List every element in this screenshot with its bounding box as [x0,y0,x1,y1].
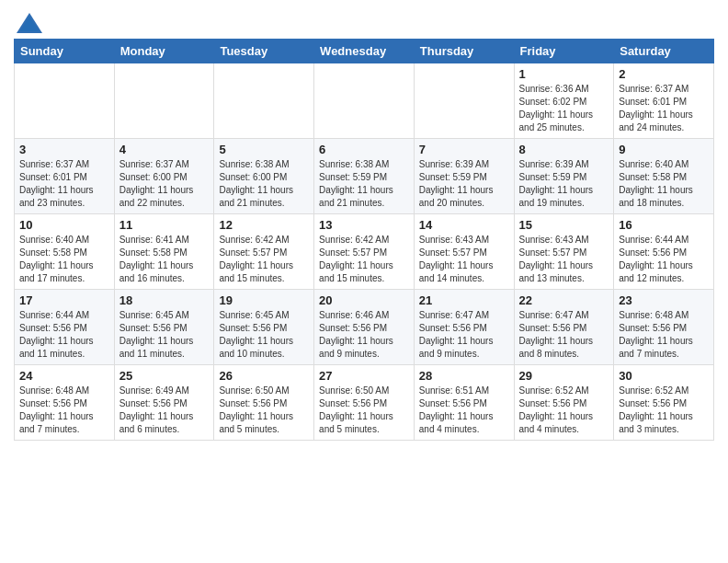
calendar-header-cell: Wednesday [314,40,415,63]
logo [14,13,42,33]
page: SundayMondayTuesdayWednesdayThursdayFrid… [0,0,728,450]
calendar-cell: 16Sunrise: 6:44 AM Sunset: 5:56 PM Dayli… [614,214,714,290]
calendar-week-row: 3Sunrise: 6:37 AM Sunset: 6:01 PM Daylig… [15,139,714,214]
day-number: 21 [419,293,509,307]
header [14,9,714,33]
calendar-cell: 17Sunrise: 6:44 AM Sunset: 5:56 PM Dayli… [15,290,115,365]
logo-icon [17,13,42,33]
calendar-header-cell: Saturday [614,40,714,63]
calendar-cell [15,63,115,139]
day-info: Sunrise: 6:42 AM Sunset: 5:57 PM Dayligh… [219,234,309,285]
day-info: Sunrise: 6:37 AM Sunset: 6:01 PM Dayligh… [619,83,709,134]
calendar-cell: 21Sunrise: 6:47 AM Sunset: 5:56 PM Dayli… [414,290,514,365]
calendar-cell: 7Sunrise: 6:39 AM Sunset: 5:59 PM Daylig… [414,139,514,214]
day-number: 5 [219,143,309,156]
day-info: Sunrise: 6:48 AM Sunset: 5:56 PM Dayligh… [619,309,709,361]
calendar-header-cell: Thursday [414,40,514,63]
calendar-cell: 15Sunrise: 6:43 AM Sunset: 5:57 PM Dayli… [514,214,614,290]
day-info: Sunrise: 6:52 AM Sunset: 5:56 PM Dayligh… [619,385,709,436]
calendar-cell: 23Sunrise: 6:48 AM Sunset: 5:56 PM Dayli… [614,290,714,365]
calendar-cell: 27Sunrise: 6:50 AM Sunset: 5:56 PM Dayli… [314,365,415,441]
day-info: Sunrise: 6:42 AM Sunset: 5:57 PM Dayligh… [319,234,409,285]
calendar-cell: 19Sunrise: 6:45 AM Sunset: 5:56 PM Dayli… [214,290,314,365]
calendar-cell: 5Sunrise: 6:38 AM Sunset: 6:00 PM Daylig… [214,139,314,214]
calendar-header-cell: Monday [114,40,214,63]
day-number: 13 [319,218,409,232]
day-info: Sunrise: 6:47 AM Sunset: 5:56 PM Dayligh… [419,309,509,361]
calendar-cell: 29Sunrise: 6:52 AM Sunset: 5:56 PM Dayli… [514,365,614,441]
day-number: 28 [419,369,509,383]
day-info: Sunrise: 6:41 AM Sunset: 5:58 PM Dayligh… [119,234,210,285]
calendar-header-row: SundayMondayTuesdayWednesdayThursdayFrid… [15,40,714,63]
calendar-cell: 2Sunrise: 6:37 AM Sunset: 6:01 PM Daylig… [614,63,714,139]
calendar-week-row: 24Sunrise: 6:48 AM Sunset: 5:56 PM Dayli… [15,365,714,441]
day-info: Sunrise: 6:43 AM Sunset: 5:57 PM Dayligh… [419,234,509,285]
day-info: Sunrise: 6:38 AM Sunset: 5:59 PM Dayligh… [319,158,409,210]
day-info: Sunrise: 6:40 AM Sunset: 5:58 PM Dayligh… [19,234,109,285]
day-info: Sunrise: 6:36 AM Sunset: 6:02 PM Dayligh… [519,83,609,134]
calendar-cell: 30Sunrise: 6:52 AM Sunset: 5:56 PM Dayli… [614,365,714,441]
day-number: 20 [319,293,409,307]
calendar-body: 1Sunrise: 6:36 AM Sunset: 6:02 PM Daylig… [15,63,714,441]
calendar-cell: 11Sunrise: 6:41 AM Sunset: 5:58 PM Dayli… [114,214,214,290]
calendar-cell [114,63,214,139]
day-number: 23 [619,293,709,307]
calendar-cell: 20Sunrise: 6:46 AM Sunset: 5:56 PM Dayli… [314,290,415,365]
day-number: 25 [119,369,210,383]
day-number: 10 [19,218,109,232]
day-number: 29 [519,369,609,383]
day-number: 19 [219,293,309,307]
calendar-cell: 8Sunrise: 6:39 AM Sunset: 5:59 PM Daylig… [514,139,614,214]
day-number: 24 [19,369,109,383]
calendar-cell: 3Sunrise: 6:37 AM Sunset: 6:01 PM Daylig… [15,139,115,214]
day-number: 4 [119,143,210,156]
day-number: 2 [619,67,709,81]
calendar-header-cell: Sunday [15,40,115,63]
day-info: Sunrise: 6:44 AM Sunset: 5:56 PM Dayligh… [19,309,109,361]
day-info: Sunrise: 6:37 AM Sunset: 6:01 PM Dayligh… [19,158,109,210]
day-number: 26 [219,369,309,383]
calendar-cell: 22Sunrise: 6:47 AM Sunset: 5:56 PM Dayli… [514,290,614,365]
day-number: 15 [519,218,609,232]
calendar-cell: 4Sunrise: 6:37 AM Sunset: 6:00 PM Daylig… [114,139,214,214]
day-number: 9 [619,143,709,156]
day-number: 17 [19,293,109,307]
day-number: 27 [319,369,409,383]
calendar-cell: 28Sunrise: 6:51 AM Sunset: 5:56 PM Dayli… [414,365,514,441]
day-number: 3 [19,143,109,156]
day-info: Sunrise: 6:49 AM Sunset: 5:56 PM Dayligh… [119,385,210,436]
calendar-cell [414,63,514,139]
day-number: 7 [419,143,509,156]
day-info: Sunrise: 6:47 AM Sunset: 5:56 PM Dayligh… [519,309,609,361]
day-number: 6 [319,143,409,156]
day-info: Sunrise: 6:45 AM Sunset: 5:56 PM Dayligh… [219,309,309,361]
calendar-cell [214,63,314,139]
day-info: Sunrise: 6:46 AM Sunset: 5:56 PM Dayligh… [319,309,409,361]
day-info: Sunrise: 6:37 AM Sunset: 6:00 PM Dayligh… [119,158,210,210]
calendar-cell: 10Sunrise: 6:40 AM Sunset: 5:58 PM Dayli… [15,214,115,290]
calendar-cell: 12Sunrise: 6:42 AM Sunset: 5:57 PM Dayli… [214,214,314,290]
day-info: Sunrise: 6:51 AM Sunset: 5:56 PM Dayligh… [419,385,509,436]
day-number: 14 [419,218,509,232]
day-number: 18 [119,293,210,307]
calendar-cell: 24Sunrise: 6:48 AM Sunset: 5:56 PM Dayli… [15,365,115,441]
calendar-cell [314,63,415,139]
day-number: 12 [219,218,309,232]
day-info: Sunrise: 6:52 AM Sunset: 5:56 PM Dayligh… [519,385,609,436]
calendar-cell: 26Sunrise: 6:50 AM Sunset: 5:56 PM Dayli… [214,365,314,441]
calendar-table: SundayMondayTuesdayWednesdayThursdayFrid… [14,39,714,441]
day-info: Sunrise: 6:50 AM Sunset: 5:56 PM Dayligh… [219,385,309,436]
day-info: Sunrise: 6:38 AM Sunset: 6:00 PM Dayligh… [219,158,309,210]
calendar-cell: 25Sunrise: 6:49 AM Sunset: 5:56 PM Dayli… [114,365,214,441]
calendar-cell: 14Sunrise: 6:43 AM Sunset: 5:57 PM Dayli… [414,214,514,290]
day-number: 11 [119,218,210,232]
day-number: 8 [519,143,609,156]
calendar-header-cell: Tuesday [214,40,314,63]
day-info: Sunrise: 6:44 AM Sunset: 5:56 PM Dayligh… [619,234,709,285]
day-number: 22 [519,293,609,307]
day-number: 16 [619,218,709,232]
calendar-cell: 9Sunrise: 6:40 AM Sunset: 5:58 PM Daylig… [614,139,714,214]
day-info: Sunrise: 6:50 AM Sunset: 5:56 PM Dayligh… [319,385,409,436]
day-info: Sunrise: 6:48 AM Sunset: 5:56 PM Dayligh… [19,385,109,436]
calendar-week-row: 10Sunrise: 6:40 AM Sunset: 5:58 PM Dayli… [15,214,714,290]
